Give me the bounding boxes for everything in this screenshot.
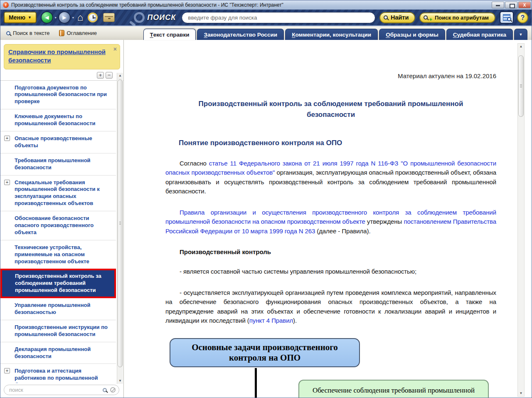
expand-plus-icon[interactable]: + — [4, 180, 10, 185]
chevron-down-icon: ▼ — [28, 15, 32, 20]
grid-magnifier-icon — [507, 17, 511, 21]
handbook-title-link[interactable]: Справочник по промышленной безопасности — [8, 48, 116, 65]
sidebar-item[interactable]: Требования промышленной безопасности — [0, 153, 116, 175]
scroll-up-icon[interactable]: ▲ — [117, 73, 123, 79]
restore-button[interactable] — [505, 2, 517, 8]
back-button[interactable]: ◀ — [41, 11, 53, 24]
clear-search-icon[interactable] — [110, 387, 116, 393]
back-history-dropdown[interactable]: ▾ — [55, 16, 57, 20]
diagram-child-box: Обеспечение соблюдения требований промыш… — [298, 380, 489, 398]
tab-overflow-button[interactable]: ▼ — [514, 29, 527, 40]
tab-bar: Текст справкиЗаконодательство РоссииКомм… — [143, 29, 532, 40]
text-search-tool[interactable]: Поиск в тексте — [6, 30, 50, 36]
sidebar-item[interactable]: Производственный контроль за соблюдением… — [0, 269, 116, 298]
text-search-icon — [6, 31, 10, 35]
sidebar-item-label: Подготовка документов по промышленной бе… — [15, 84, 107, 105]
sidebar-tree: Подготовка документов по промышленной бе… — [0, 80, 123, 383]
close-button[interactable]: X — [518, 2, 531, 8]
search-zone-label: ПОИСК — [147, 13, 176, 22]
sidebar-item[interactable]: +Подготовка и аттестация работников по п… — [0, 363, 116, 383]
tab-4[interactable]: Образцы и формы — [379, 29, 445, 40]
tab-2[interactable]: Законодательство России — [197, 29, 284, 40]
attr-magnifier-icon — [424, 15, 428, 20]
sidebar-item-label: Производственный контроль за соблюдением… — [15, 273, 101, 293]
sidebar-item-label: Подготовка и аттестация работников по пр… — [15, 368, 98, 383]
history-clock-icon[interactable] — [88, 12, 98, 22]
content-scroll-thumb[interactable] — [518, 55, 524, 117]
find-magnifier-icon — [384, 15, 388, 20]
find-button[interactable]: Найти — [379, 12, 415, 23]
document-view-tool-button[interactable] — [500, 11, 514, 24]
sidebar-item-label: Управление промышленной безопасностью — [15, 302, 91, 315]
doc-paragraph: Правила организации и осуществления прои… — [165, 208, 496, 236]
book-icon — [59, 30, 64, 36]
sidebar: Справочник по промышленной безопасности … — [0, 40, 124, 398]
collapse-all-button[interactable]: − — [106, 72, 113, 79]
card-file-icon[interactable] — [103, 13, 115, 22]
expand-plus-icon[interactable]: + — [4, 136, 10, 141]
search-magnifier-icon — [134, 12, 145, 23]
sidebar-item[interactable]: +Специальные требования промышленной без… — [0, 175, 116, 211]
menu-button[interactable]: Меню▼ — [4, 12, 37, 23]
forward-button[interactable]: ▶ — [58, 11, 71, 24]
search-input[interactable] — [182, 12, 375, 23]
document-title: Производственный контроль за соблюдением… — [165, 99, 496, 121]
tab-3[interactable]: Комментарии, консультации — [285, 29, 378, 40]
sidebar-item[interactable]: Подготовка документов по промышленной бе… — [0, 81, 116, 109]
window-title: Производственный контроль за соблюдением… — [11, 2, 488, 8]
sidebar-search-icon[interactable] — [103, 388, 107, 392]
sidebar-item-label: Технические устройства, применяемые на о… — [15, 244, 89, 265]
section-heading: Понятие производственного контроля на ОП… — [165, 139, 496, 147]
sidebar-scroll-thumb[interactable] — [118, 79, 123, 367]
sidebar-item[interactable]: Ключевые документы по промышленной безоп… — [0, 109, 116, 131]
scroll-down-icon[interactable]: ▼ — [117, 378, 123, 384]
forward-history-dropdown[interactable]: ▾ — [72, 16, 74, 20]
sidebar-item-label: Специальные требования промышленной безо… — [15, 179, 100, 207]
content-scrollbar[interactable]: ▲ ▼ — [517, 43, 525, 397]
diagram-connector-vertical — [255, 368, 257, 398]
sidebar-item[interactable]: Производственные инструкции по промышлен… — [0, 320, 116, 342]
sidebar-item[interactable]: Декларация промышленной безопасности — [0, 342, 116, 364]
minimize-button[interactable] — [492, 2, 504, 8]
title-bar: Т Производственный контроль за соблюдени… — [0, 0, 532, 10]
toc-tool[interactable]: Оглавление — [59, 30, 97, 36]
help-button[interactable]: ? — [517, 12, 528, 23]
sidebar-close-icon[interactable]: × — [113, 47, 117, 52]
doc-blocks: Согласно статье 11 Федерального закона о… — [165, 159, 496, 326]
sidebar-item[interactable]: Технические устройства, применяемые на о… — [0, 240, 116, 269]
doc-link[interactable]: статье 11 Федерального закона от 21 июля… — [165, 160, 496, 176]
sidebar-item-label: Опасные производственные объекты — [15, 135, 92, 148]
plus-icon: + — [429, 16, 432, 22]
expand-plus-icon[interactable]: + — [4, 368, 10, 373]
sidebar-item-label: Производственные инструкции по промышлен… — [15, 324, 108, 337]
secondary-toolbar: Поиск в тексте Оглавление Текст справкиЗ… — [0, 26, 532, 40]
home-icon[interactable]: ⌂ — [77, 12, 84, 23]
sidebar-search — [4, 385, 119, 395]
doc-paragraph: - осуществляется эксплуатирующей организ… — [165, 288, 496, 326]
sidebar-item-label: Декларация промышленной безопасности — [15, 346, 91, 359]
expand-all-button[interactable]: + — [97, 72, 104, 79]
content-scroll-up-icon[interactable]: ▲ — [518, 44, 524, 49]
main-area: Справочник по промышленной безопасности … — [0, 40, 532, 398]
content-scroll-down-icon[interactable]: ▼ — [518, 391, 524, 396]
doc-paragraph: Согласно статье 11 Федерального закона о… — [165, 159, 496, 196]
diagram: Основные задачи производственного контро… — [165, 336, 496, 398]
attribute-search-button[interactable]: + Поиск по атрибутам — [419, 12, 495, 23]
doc-paragraph: - является составной частью системы упра… — [165, 267, 496, 277]
sidebar-item[interactable]: Управление промышленной безопасностью — [0, 298, 116, 320]
diagram-root-box: Основные задачи производственного контро… — [170, 338, 360, 367]
sidebar-scrollbar[interactable]: ▲ ▼ — [117, 73, 123, 384]
sidebar-item[interactable]: Обоснование безопасности опасного произв… — [0, 211, 116, 240]
sidebar-item[interactable]: +Опасные производственные объекты — [0, 131, 116, 153]
sidebar-header: Справочник по промышленной безопасности … — [4, 44, 120, 69]
doc-link[interactable]: пункт 4 Правил — [249, 317, 293, 324]
tab-5[interactable]: Судебная практика — [446, 29, 513, 40]
doc-bold-heading: Производственный контроль — [165, 248, 496, 255]
tab-1[interactable]: Текст справки — [143, 29, 196, 40]
tree-controls: + − — [0, 69, 123, 80]
sidebar-item-label: Ключевые документы по промышленной безоп… — [15, 113, 96, 126]
app-icon: Т — [3, 2, 9, 8]
document-date-note: Материал актуален на 19.02.2016 — [165, 72, 496, 79]
sidebar-search-input[interactable] — [9, 387, 103, 393]
app-window: Т Производственный контроль за соблюдени… — [0, 0, 532, 398]
